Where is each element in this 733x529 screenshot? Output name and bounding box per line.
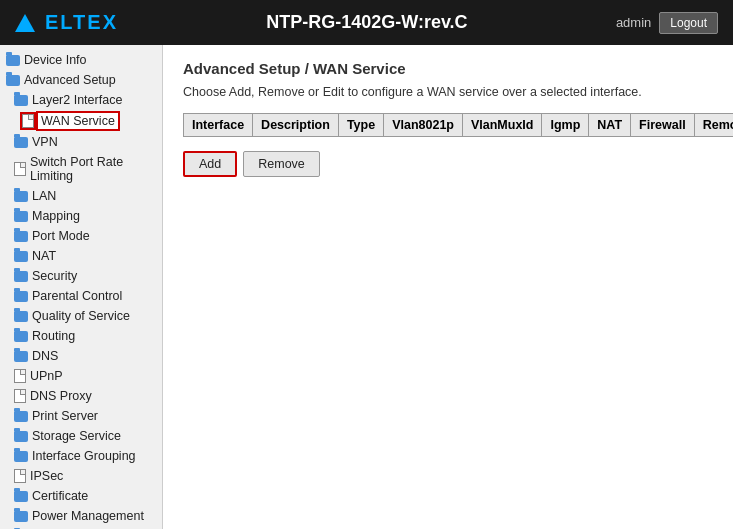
sidebar-item-dns[interactable]: DNS bbox=[0, 346, 162, 366]
folder-icon bbox=[14, 491, 28, 502]
folder-icon bbox=[14, 411, 28, 422]
header-right: admin Logout bbox=[616, 12, 718, 34]
sidebar-item-label: Switch Port Rate Limiting bbox=[30, 155, 156, 183]
folder-icon bbox=[6, 55, 20, 66]
sidebar-item-label: VPN bbox=[32, 135, 58, 149]
sidebar-item-label: Power Management bbox=[32, 509, 144, 523]
sidebar-item-power-management[interactable]: Power Management bbox=[0, 506, 162, 526]
sidebar-item-label: Interface Grouping bbox=[32, 449, 136, 463]
table-header-firewall: Firewall bbox=[631, 114, 695, 137]
sidebar-item-label: DNS Proxy bbox=[30, 389, 92, 403]
header: ELTEX NTP-RG-1402G-W:rev.C admin Logout bbox=[0, 0, 733, 45]
page-description: Choose Add, Remove or Edit to configure … bbox=[183, 85, 713, 99]
logo-triangle-icon bbox=[15, 14, 35, 32]
folder-icon bbox=[14, 271, 28, 282]
sidebar-item-label: UPnP bbox=[30, 369, 63, 383]
page-icon bbox=[14, 162, 26, 176]
sidebar-item-nat[interactable]: NAT bbox=[0, 246, 162, 266]
remove-button[interactable]: Remove bbox=[243, 151, 320, 177]
page-icon bbox=[14, 389, 26, 403]
main-content: Advanced Setup / WAN Service Choose Add,… bbox=[163, 45, 733, 529]
sidebar-item-vpn[interactable]: VPN bbox=[0, 132, 162, 152]
sidebar-item-dns-proxy[interactable]: DNS Proxy bbox=[0, 386, 162, 406]
sidebar-item-label: NAT bbox=[32, 249, 56, 263]
table-header-remove: Remove bbox=[694, 114, 733, 137]
folder-icon bbox=[14, 95, 28, 106]
sidebar-item-layer2-interface[interactable]: Layer2 Interface bbox=[0, 90, 162, 110]
sidebar-item-label: WAN Service bbox=[38, 113, 118, 129]
sidebar-item-device-info[interactable]: Device Info bbox=[0, 50, 162, 70]
sidebar-item-quality-of-service[interactable]: Quality of Service bbox=[0, 306, 162, 326]
sidebar-item-advanced-setup[interactable]: Advanced Setup bbox=[0, 70, 162, 90]
sidebar-item-label: Routing bbox=[32, 329, 75, 343]
logout-button[interactable]: Logout bbox=[659, 12, 718, 34]
table-header-nat: NAT bbox=[589, 114, 631, 137]
sidebar-item-print-server[interactable]: Print Server bbox=[0, 406, 162, 426]
table-header-description: Description bbox=[253, 114, 339, 137]
sidebar-item-parental-control[interactable]: Parental Control bbox=[0, 286, 162, 306]
folder-icon bbox=[14, 331, 28, 342]
folder-icon bbox=[14, 431, 28, 442]
sidebar-item-ipsec[interactable]: IPSec bbox=[0, 466, 162, 486]
table-header-igmp: Igmp bbox=[542, 114, 589, 137]
add-button[interactable]: Add bbox=[183, 151, 237, 177]
sidebar-item-port-mode[interactable]: Port Mode bbox=[0, 226, 162, 246]
sidebar-item-security[interactable]: Security bbox=[0, 266, 162, 286]
sidebar-item-upnp[interactable]: UPnP bbox=[0, 366, 162, 386]
page-icon bbox=[22, 114, 34, 128]
page-icon bbox=[14, 469, 26, 483]
logo-text: ELTEX bbox=[45, 11, 118, 34]
sidebar-item-certificate[interactable]: Certificate bbox=[0, 486, 162, 506]
page-device-title: NTP-RG-1402G-W:rev.C bbox=[266, 12, 467, 33]
sidebar-item-storage-service[interactable]: Storage Service bbox=[0, 426, 162, 446]
sidebar-item-interface-grouping[interactable]: Interface Grouping bbox=[0, 446, 162, 466]
sidebar-item-label: Storage Service bbox=[32, 429, 121, 443]
table-header-interface: Interface bbox=[184, 114, 253, 137]
folder-icon bbox=[14, 191, 28, 202]
table-header-vlan8021p: Vlan8021p bbox=[384, 114, 463, 137]
sidebar-item-label: Parental Control bbox=[32, 289, 122, 303]
table-header-vlanmuxid: VlanMuxId bbox=[462, 114, 542, 137]
sidebar-item-label: IPSec bbox=[30, 469, 63, 483]
sidebar-item-wan-service[interactable]: WAN Service bbox=[0, 110, 162, 132]
sidebar-item-label: Quality of Service bbox=[32, 309, 130, 323]
sidebar-item-switch-port-rate-limiting[interactable]: Switch Port Rate Limiting bbox=[0, 152, 162, 186]
sidebar-item-label: Device Info bbox=[24, 53, 87, 67]
folder-icon bbox=[14, 231, 28, 242]
folder-icon bbox=[14, 251, 28, 262]
folder-icon bbox=[14, 291, 28, 302]
sidebar-item-mapping[interactable]: Mapping bbox=[0, 206, 162, 226]
sidebar-item-label: Print Server bbox=[32, 409, 98, 423]
page-title: Advanced Setup / WAN Service bbox=[183, 60, 713, 77]
sidebar-item-label: Layer2 Interface bbox=[32, 93, 122, 107]
sidebar-item-label: Security bbox=[32, 269, 77, 283]
wan-table: InterfaceDescriptionTypeVlan8021pVlanMux… bbox=[183, 113, 733, 137]
folder-icon bbox=[14, 511, 28, 522]
table-header-type: Type bbox=[338, 114, 383, 137]
sidebar-item-routing[interactable]: Routing bbox=[0, 326, 162, 346]
sidebar-item-lan[interactable]: LAN bbox=[0, 186, 162, 206]
folder-icon bbox=[6, 75, 20, 86]
sidebar-item-label: Mapping bbox=[32, 209, 80, 223]
layout: Device InfoAdvanced SetupLayer2 Interfac… bbox=[0, 45, 733, 529]
logo: ELTEX bbox=[15, 11, 118, 34]
folder-icon bbox=[14, 137, 28, 148]
sidebar-item-label: Port Mode bbox=[32, 229, 90, 243]
sidebar-item-label: DNS bbox=[32, 349, 58, 363]
folder-icon bbox=[14, 311, 28, 322]
sidebar: Device InfoAdvanced SetupLayer2 Interfac… bbox=[0, 45, 163, 529]
sidebar-item-label: Certificate bbox=[32, 489, 88, 503]
folder-icon bbox=[14, 351, 28, 362]
folder-icon bbox=[14, 451, 28, 462]
sidebar-item-label: LAN bbox=[32, 189, 56, 203]
button-row: Add Remove bbox=[183, 151, 713, 177]
folder-icon bbox=[14, 211, 28, 222]
sidebar-item-label: Advanced Setup bbox=[24, 73, 116, 87]
admin-label: admin bbox=[616, 15, 651, 30]
page-icon bbox=[14, 369, 26, 383]
